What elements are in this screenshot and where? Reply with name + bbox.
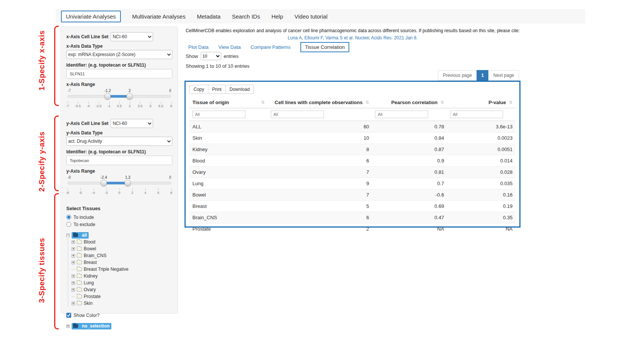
x-slider-tick: 3.5	[138, 104, 143, 108]
collapse-icon[interactable]	[66, 234, 70, 237]
to-exclude-radio[interactable]	[66, 222, 71, 227]
tree-node-label[interactable]: Breast	[84, 260, 97, 265]
annotation-step3-label: 3-Specify tissues	[38, 238, 46, 303]
table-row[interactable]: Ovary 7 0.81 0.028	[189, 166, 516, 178]
column-header-tissue[interactable]: Tissue of origin ⇅	[189, 97, 268, 108]
table-row[interactable]: Prostate 2 NA NA	[189, 223, 516, 234]
tree-node-all-selection[interactable]: all	[72, 232, 89, 239]
citation-text: CellMinerCDB enables exploration and ana…	[184, 27, 521, 34]
tree-node-lung[interactable]: Lung	[72, 279, 172, 286]
tab-metadata[interactable]: Metadata	[197, 13, 221, 20]
x-axis-range-slider[interactable]: -7 8 -1.2 2 -7 -5.5 -4 -2.5 -1 0.5 2 3.5…	[67, 89, 171, 111]
show-color-checkbox[interactable]	[66, 313, 71, 318]
x-cell-line-set-select[interactable]: NCI-60	[111, 32, 153, 41]
subtab-tissue-correlation[interactable]: Tissue Correlation	[300, 42, 349, 52]
subtab-plot-data[interactable]: Plot Data	[188, 44, 208, 50]
citation-link[interactable]: Luna A, Elloumi F, Varma S et al. Nuclei…	[184, 34, 521, 42]
expand-icon[interactable]	[72, 288, 75, 292]
x-slider-tick: 6.5	[158, 104, 163, 108]
tree-node-label[interactable]: Ovary	[84, 287, 96, 292]
top-nav: Univariate Analyses Multivariate Analyse…	[56, 9, 585, 23]
y-slider-handle-from[interactable]	[100, 180, 107, 186]
page-1-button[interactable]: 1	[477, 70, 489, 81]
next-page-button[interactable]: Next page	[488, 70, 519, 81]
y-data-type-select[interactable]: act: Drug Activity	[66, 137, 172, 146]
column-header-cell-lines[interactable]: Cell lines with complete observations ⇅	[268, 97, 372, 108]
tree-children: Blood Bowel Brain_CNS Breast	[68, 239, 172, 307]
x-identifier-input[interactable]	[66, 69, 172, 78]
x-data-type-select[interactable]: exp: mRNA Expression (Z-Score)	[66, 50, 172, 59]
expand-icon[interactable]	[72, 281, 75, 285]
to-include-radio[interactable]	[66, 215, 71, 220]
tab-univariate-analyses[interactable]: Univariate Analyses	[61, 11, 121, 22]
tree-node-label[interactable]: Brain_CNS	[84, 253, 106, 258]
tree-node-label[interactable]: Bowel	[84, 246, 96, 251]
y-slider-max-label: 8	[169, 175, 171, 179]
pearson-filter-input[interactable]	[375, 111, 428, 118]
tree-node-breast[interactable]: Breast	[72, 259, 172, 266]
sort-icon[interactable]: ⇅	[366, 100, 369, 105]
x-slider-grid: -7 -5.5 -4 -2.5 -1 0.5 2 3.5 5 6.5 8	[67, 101, 171, 109]
subtab-compare-patterns[interactable]: Compare Patterns	[251, 44, 291, 50]
table-row[interactable]: Lung 9 0.7 0.035	[189, 178, 516, 189]
tree-node-blood[interactable]: Blood	[72, 239, 172, 245]
sort-icon[interactable]: ⇅	[441, 100, 444, 105]
cell-lines-cell: 10	[268, 133, 372, 144]
sort-icon[interactable]: ⇅	[261, 100, 264, 105]
tree-node-label[interactable]: Blood	[84, 239, 95, 245]
expand-icon[interactable]	[72, 302, 75, 305]
expand-icon[interactable]	[66, 325, 70, 328]
tree-node-label[interactable]: Lung	[84, 280, 94, 286]
tree-node-label[interactable]: Prostate	[84, 294, 101, 299]
table-row[interactable]: Bowel 7 -0.6 0.16	[189, 189, 516, 200]
y-cell-line-set-select[interactable]: NCI-60	[111, 119, 153, 128]
tree-node-kidney[interactable]: Kidney	[72, 273, 172, 279]
pvalue-filter-input[interactable]	[450, 111, 503, 118]
print-button[interactable]: Print	[208, 85, 226, 94]
tree-node-all[interactable]: all	[66, 232, 172, 239]
tissue-filter-input[interactable]	[192, 111, 245, 118]
tree-node-prostate[interactable]: Prostate	[72, 293, 172, 300]
copy-button[interactable]: Copy	[189, 85, 208, 94]
expand-icon[interactable]	[72, 261, 75, 264]
y-slider-handle-to[interactable]	[125, 180, 131, 186]
expand-icon[interactable]	[72, 275, 75, 278]
tree-node-breast-triple-negative[interactable]: Breast Triple Negative	[72, 266, 172, 273]
tree-node-no-selection-selection[interactable]: no_selection	[72, 323, 111, 329]
y-axis-range-slider[interactable]: -8 8 -2.4 1.3 -8 -6 -4 -2 0 2 4 6 8	[67, 175, 171, 198]
table-row[interactable]: ALL 60 0.78 3.6e-13	[189, 121, 516, 132]
table-row[interactable]: Kidney 8 0.87 0.0051	[189, 144, 516, 155]
tree-node-no-selection[interactable]: no_selection	[66, 323, 172, 329]
column-header-pearson[interactable]: Pearson correlation ⇅	[372, 97, 447, 108]
table-row[interactable]: Skin 10 0.84 0.0023	[189, 132, 516, 144]
pearson-cell: 0.78	[372, 121, 447, 132]
tab-video-tutorial[interactable]: Video tutorial	[294, 13, 327, 20]
subtab-view-data[interactable]: View Data	[218, 44, 241, 50]
tree-node-brain-cns[interactable]: Brain_CNS	[72, 252, 172, 259]
tree-node-label[interactable]: Kidney	[84, 273, 98, 279]
tab-search-ids[interactable]: Search IDs	[232, 13, 260, 20]
cell-lines-filter-input[interactable]	[271, 111, 324, 118]
previous-page-button[interactable]: Previous page	[438, 70, 477, 81]
expand-icon[interactable]	[72, 247, 75, 251]
entries-per-page-select[interactable]: 10	[201, 52, 221, 60]
table-row[interactable]: Blood 6 0.9 0.014	[189, 155, 516, 166]
tree-node-skin[interactable]: Skin	[72, 300, 172, 307]
x-slider-handle-to[interactable]	[127, 93, 133, 100]
tab-help[interactable]: Help	[271, 13, 283, 20]
tissue-cell: Skin	[189, 133, 268, 144]
table-row[interactable]: Brain_CNS 6 0.47 0.35	[189, 212, 516, 223]
x-slider-handle-from[interactable]	[105, 93, 111, 100]
tree-node-label[interactable]: Breast Triple Negative	[84, 267, 128, 272]
download-button[interactable]: Download	[225, 85, 254, 94]
expand-icon[interactable]	[72, 240, 75, 244]
tree-node-label[interactable]: Skin	[84, 301, 92, 306]
tree-node-bowel[interactable]: Bowel	[72, 245, 172, 252]
tab-multivariate-analyses[interactable]: Multivariate Analyses	[132, 13, 186, 20]
tree-node-ovary[interactable]: Ovary	[72, 286, 172, 293]
column-header-pvalue[interactable]: P-value ⇅	[447, 97, 516, 108]
y-identifier-input[interactable]	[66, 156, 172, 165]
table-row[interactable]: Breast 5 0.69 0.19	[189, 200, 516, 212]
sort-icon[interactable]: ⇅	[509, 100, 513, 105]
expand-icon[interactable]	[72, 254, 75, 257]
